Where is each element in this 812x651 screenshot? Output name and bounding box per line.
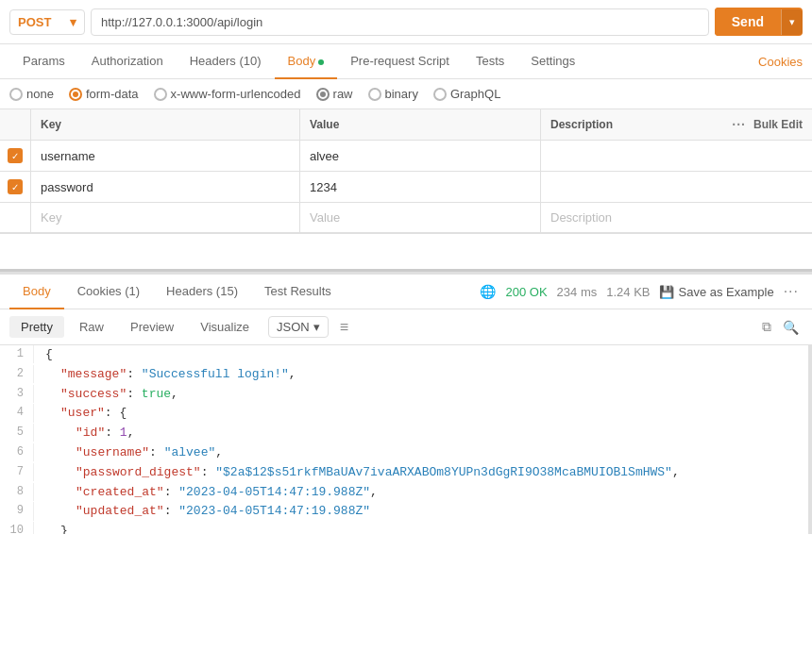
table-row: ✓ username alvee xyxy=(0,141,812,172)
table-more-icon[interactable]: ··· xyxy=(732,117,746,132)
json-line-5: 5 "id": 1, xyxy=(0,424,808,443)
table-row-placeholder: Key Value Description xyxy=(0,203,812,233)
resp-tab-headers[interactable]: Headers (15) xyxy=(153,275,251,309)
radio-none-indicator xyxy=(9,88,23,101)
json-line-4: 4 "user": { xyxy=(0,404,808,424)
method-select[interactable]: POST ▾ xyxy=(9,9,85,35)
tab-body[interactable]: Body xyxy=(275,44,338,79)
radio-form-data[interactable]: form-data xyxy=(69,87,139,101)
response-section: Body Cookies (1) Headers (15) Test Resul… xyxy=(0,272,812,534)
json-line-1: 1 { xyxy=(0,345,808,365)
json-line-2: 2 "message": "Successfull login!", xyxy=(0,365,808,385)
search-icon[interactable]: 🔍 xyxy=(779,316,803,339)
json-line-9: 9 "updated_at": "2023-04-05T14:47:19.988… xyxy=(0,502,808,522)
send-btn-group: Send ▾ xyxy=(715,8,803,36)
globe-icon: 🌐 xyxy=(480,284,496,299)
format-select[interactable]: JSON ▾ xyxy=(268,316,329,338)
view-preview-button[interactable]: Preview xyxy=(119,316,185,338)
json-line-10: 10 } xyxy=(0,522,808,534)
radio-formdata-indicator xyxy=(69,88,82,101)
response-size: 1.24 KB xyxy=(606,285,650,299)
response-time: 234 ms xyxy=(557,285,598,299)
params-table: Key Value Description ··· Bulk Edit ✓ us… xyxy=(0,109,812,233)
view-raw-button[interactable]: Raw xyxy=(68,316,115,338)
tab-tests[interactable]: Tests xyxy=(463,44,517,79)
send-dropdown-button[interactable]: ▾ xyxy=(781,9,803,35)
row-desc-2[interactable] xyxy=(541,172,813,203)
tab-params[interactable]: Params xyxy=(9,44,78,79)
row-value-1[interactable]: alvee xyxy=(300,141,541,172)
response-more-button[interactable]: ··· xyxy=(784,283,799,300)
resp-tab-cookies[interactable]: Cookies (1) xyxy=(64,275,153,309)
request-spacer xyxy=(0,234,812,272)
radio-urlencoded[interactable]: x-www-form-urlencoded xyxy=(154,87,301,101)
view-pretty-button[interactable]: Pretty xyxy=(9,316,64,338)
row-checkbox-2[interactable]: ✓ xyxy=(8,179,23,194)
json-line-6: 6 "username": "alvee", xyxy=(0,443,808,463)
radio-graphql-indicator xyxy=(433,88,447,101)
send-button[interactable]: Send xyxy=(715,8,781,36)
row-desc-1[interactable] xyxy=(541,141,813,172)
params-table-container: Key Value Description ··· Bulk Edit ✓ us… xyxy=(0,109,812,234)
placeholder-key[interactable]: Key xyxy=(31,203,300,233)
resp-tab-body[interactable]: Body xyxy=(9,275,64,309)
url-bar: POST ▾ Send ▾ xyxy=(0,0,812,44)
method-chevron-icon: ▾ xyxy=(70,15,76,29)
placeholder-desc[interactable]: Description xyxy=(541,203,813,233)
json-line-7: 7 "password_digest": "$2a$12$s51rkfMBaUA… xyxy=(0,463,808,483)
cookies-button[interactable]: Cookies xyxy=(758,45,803,78)
json-line-3: 3 "success": true, xyxy=(0,385,808,405)
row-value-2[interactable]: 1234 xyxy=(300,172,541,203)
radio-graphql[interactable]: GraphQL xyxy=(433,87,500,101)
save-example-button[interactable]: 💾 Save as Example xyxy=(659,285,773,299)
request-tabs-row: Params Authorization Headers (10) Body P… xyxy=(0,44,812,79)
radio-none[interactable]: none xyxy=(9,87,54,101)
json-line-8: 8 "created_at": "2023-04-05T14:47:19.988… xyxy=(0,483,808,503)
view-visualize-button[interactable]: Visualize xyxy=(189,316,261,338)
col-header-key: Key xyxy=(31,109,300,141)
radio-binary[interactable]: binary xyxy=(368,87,418,101)
response-status-row: 🌐 200 OK 234 ms 1.24 KB 💾 Save as Exampl… xyxy=(480,283,803,300)
method-label: POST xyxy=(18,15,51,29)
tab-settings[interactable]: Settings xyxy=(517,44,588,79)
radio-binary-indicator xyxy=(368,88,381,101)
table-row: ✓ password 1234 xyxy=(0,172,812,203)
body-options-row: none form-data x-www-form-urlencoded raw… xyxy=(0,79,812,109)
status-ok-badge: 200 OK xyxy=(505,285,547,299)
format-chevron-icon: ▾ xyxy=(313,320,320,334)
url-input[interactable] xyxy=(91,8,709,36)
radio-raw-indicator xyxy=(316,88,330,101)
tab-headers[interactable]: Headers (10) xyxy=(177,44,275,79)
col-header-desc: Description ··· Bulk Edit xyxy=(541,109,813,141)
row-checkbox-1[interactable]: ✓ xyxy=(8,148,23,163)
col-header-value: Value xyxy=(300,109,541,141)
tab-pre-request[interactable]: Pre-request Script xyxy=(337,44,463,79)
save-icon: 💾 xyxy=(659,285,674,299)
radio-urlencoded-indicator xyxy=(154,88,167,101)
filter-icon[interactable]: ≡ xyxy=(340,319,348,336)
response-tabs-row: Body Cookies (1) Headers (15) Test Resul… xyxy=(0,275,812,309)
body-dot-indicator xyxy=(318,59,324,65)
resp-tab-test-results[interactable]: Test Results xyxy=(251,275,345,309)
copy-icon[interactable]: ⧉ xyxy=(758,315,775,339)
bulk-edit-button[interactable]: Bulk Edit xyxy=(753,118,803,131)
placeholder-value[interactable]: Value xyxy=(300,203,541,233)
json-viewer[interactable]: 1 { 2 "message": "Successfull login!", 3… xyxy=(0,345,812,534)
viewer-toolbar: Pretty Raw Preview Visualize JSON ▾ ≡ ⧉ … xyxy=(0,309,812,345)
tab-authorization[interactable]: Authorization xyxy=(78,44,177,79)
row-key-1[interactable]: username xyxy=(31,141,300,172)
radio-raw[interactable]: raw xyxy=(316,87,353,101)
row-key-2[interactable]: password xyxy=(31,172,300,203)
